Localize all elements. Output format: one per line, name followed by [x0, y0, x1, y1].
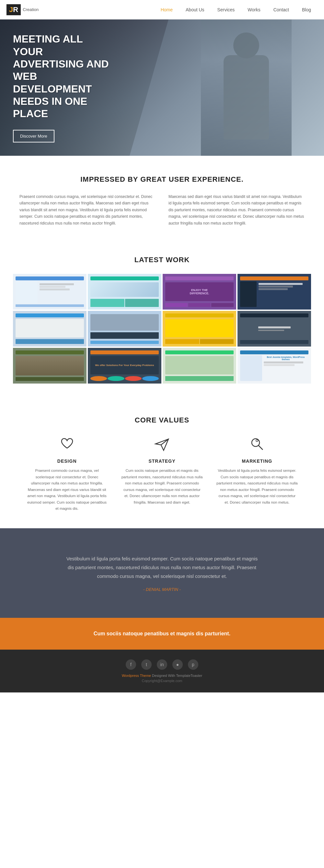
work-item-3[interactable]: ENJOY THEDIFFERENCE.	[163, 274, 236, 310]
core-design-label: DESIGN	[26, 459, 108, 464]
impressed-section: IMPRESSED BY GREAT USER EXPERIENCE. Prae…	[0, 156, 324, 243]
footer-credit: Wordpress Theme Designed With TemplateTo…	[13, 674, 311, 678]
paper-plane-icon	[152, 434, 172, 454]
nav-blog[interactable]: Blog	[295, 0, 318, 20]
nav-home[interactable]: Home	[154, 0, 179, 20]
nav-services[interactable]: Services	[211, 0, 241, 20]
footer-credit-suffix: Designed With TemplateToaster	[151, 674, 202, 678]
search-icon	[247, 434, 267, 454]
social-facebook[interactable]: f	[126, 659, 136, 670]
social-linkedin[interactable]: in	[157, 659, 167, 670]
logo-text: Creation	[23, 7, 39, 12]
latest-work-title: LATEST WORK	[13, 256, 311, 264]
social-pinterest[interactable]: p	[188, 659, 198, 670]
nav-works[interactable]: Works	[241, 0, 267, 20]
nav-about[interactable]: About Us	[179, 0, 211, 20]
work-item-10[interactable]: We offer Solutions For Your Everyday Pro…	[88, 348, 161, 383]
logo-j: J	[9, 5, 13, 13]
social-rss[interactable]: ●	[172, 659, 183, 670]
footer: f t in ● p Wordpress Theme Designed With…	[0, 650, 324, 692]
nav-contact[interactable]: Contact	[267, 0, 295, 20]
impressed-col-2: Maecenas sed diam eget risus varius blan…	[169, 193, 304, 226]
core-strategy-text: Cum sociis natoque penatibus et magnis d…	[121, 468, 203, 505]
work-item-6[interactable]	[88, 311, 161, 346]
footer-copyright: Copyright@Example.com	[13, 679, 311, 683]
work-item-11[interactable]	[163, 348, 236, 383]
impressed-col-1: Praesent commodo cursus magna, vel scele…	[20, 193, 155, 226]
testimonial-text: Vestibulum id ligula porta felis euismod…	[65, 554, 259, 581]
core-design: DESIGN Praesent commodo cursus magna, ve…	[20, 434, 114, 512]
core-values-title: CORE VALUES	[20, 416, 304, 425]
work-item-8[interactable]	[238, 311, 311, 346]
impressed-columns: Praesent commodo cursus magna, vel scele…	[20, 193, 304, 226]
hero-section: MEETING ALL YOUR ADVERTISING AND WEB DEV…	[0, 20, 324, 156]
core-design-text: Praesent commodo cursus magna, vel scele…	[26, 468, 108, 512]
core-values-section: CORE VALUES DESIGN Praesent commodo curs…	[0, 400, 324, 528]
work-item-4[interactable]	[238, 274, 311, 310]
core-marketing-text: Vestibulum id ligula porta felis euismod…	[216, 468, 298, 505]
impressed-title: IMPRESSED BY GREAT USER EXPERIENCE.	[20, 175, 304, 184]
work-grid: ENJOY THEDIFFERENCE.	[13, 274, 311, 383]
core-columns: DESIGN Praesent commodo cursus magna, ve…	[20, 434, 304, 512]
discover-more-button[interactable]: Discover More	[13, 130, 55, 143]
logo-jr: JR	[6, 4, 21, 15]
cta-text: Cum sociis natoque penatibus et magnis d…	[20, 631, 304, 637]
testimonial-section: Vestibulum id ligula porta felis euismod…	[0, 528, 324, 618]
core-marketing-label: MARKETING	[216, 459, 298, 464]
nav-links: Home About Us Services Works Contact Blo…	[154, 0, 318, 20]
work-item-12[interactable]: Best Joomla templates, WordPress themes	[238, 348, 311, 383]
hero-image	[201, 20, 292, 156]
core-marketing: MARKETING Vestibulum id ligula porta fel…	[210, 434, 304, 512]
footer-social: f t in ● p	[13, 659, 311, 670]
footer-credit-link[interactable]: Wordpress Theme	[122, 674, 151, 678]
svg-point-0	[252, 439, 259, 446]
work-item-9[interactable]	[13, 348, 86, 383]
core-strategy-label: STRATEGY	[121, 459, 203, 464]
heart-icon	[57, 434, 77, 454]
work-item-7[interactable]	[163, 311, 236, 346]
core-strategy: STRATEGY Cum sociis natoque penatibus et…	[114, 434, 209, 512]
cta-section: Cum sociis natoque penatibus et magnis d…	[0, 618, 324, 650]
hero-content: MEETING ALL YOUR ADVERTISING AND WEB DEV…	[0, 33, 123, 143]
logo: JR Creation	[6, 4, 39, 15]
social-twitter[interactable]: t	[141, 659, 152, 670]
hero-title: MEETING ALL YOUR ADVERTISING AND WEB DEV…	[13, 33, 110, 120]
work-item-2[interactable]	[88, 274, 161, 310]
testimonial-author: - DENIAL MARTIN -	[32, 587, 292, 592]
latest-work-section: LATEST WORK	[0, 243, 324, 400]
navbar: JR Creation Home About Us Services Works…	[0, 0, 324, 20]
work-item-1[interactable]	[13, 274, 86, 310]
svg-point-1	[256, 440, 258, 442]
work-item-5[interactable]	[13, 311, 86, 346]
